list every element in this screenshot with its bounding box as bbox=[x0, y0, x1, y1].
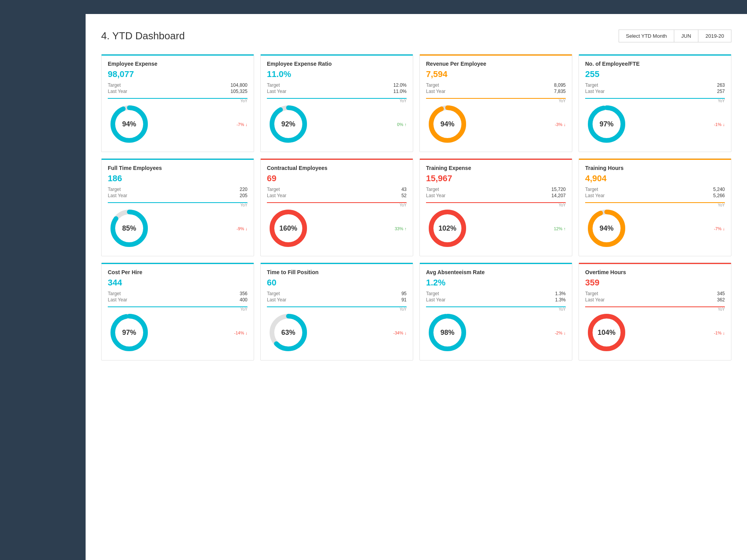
donut-center-label: 97% bbox=[122, 329, 136, 337]
yoy-value: -9% ↓ bbox=[237, 226, 247, 231]
card-top-border bbox=[579, 159, 731, 160]
yoy-label: YoY bbox=[718, 307, 725, 312]
target-label: Target bbox=[267, 82, 280, 88]
month-display: JUN bbox=[674, 30, 698, 42]
target-label: Target bbox=[267, 187, 280, 192]
card-top-border bbox=[102, 54, 254, 56]
yoy-right: -2% ↓ bbox=[547, 330, 566, 335]
target-value: 220 bbox=[240, 187, 247, 192]
donut-chart: 94% bbox=[426, 103, 469, 145]
card-chart-area: YoY 160%33% ↑ bbox=[267, 203, 407, 250]
card-cost-per-hire: Cost Per Hire344Target356Last Year400YoY… bbox=[101, 262, 254, 360]
card-avg-absenteeism: Avg Absenteeism Rate1.2%Target1.3%Last Y… bbox=[419, 262, 572, 360]
donut-chart: 63% bbox=[267, 311, 310, 354]
card-revenue-per-employee: Revenue Per Employee7,594Target8,095Last… bbox=[419, 54, 572, 152]
yoy-value: -1% ↓ bbox=[714, 122, 725, 127]
donut-center-label: 85% bbox=[122, 224, 136, 233]
lastyear-label: Last Year bbox=[267, 297, 286, 303]
dashboard-header: 4. YTD Dashboard Select YTD Month JUN 20… bbox=[101, 30, 731, 42]
main-content: 4. YTD Dashboard Select YTD Month JUN 20… bbox=[86, 14, 747, 560]
donut-chart: 94% bbox=[108, 103, 151, 145]
card-training-expense: Training Expense15,967Target15,720Last Y… bbox=[419, 158, 572, 256]
card-target-row: Target43 bbox=[267, 187, 407, 192]
target-label: Target bbox=[426, 187, 439, 192]
card-lastyear-row: Last Year205 bbox=[108, 193, 247, 198]
donut-center-label: 98% bbox=[440, 329, 454, 337]
yoy-value: 12% ↑ bbox=[554, 226, 566, 231]
yoy-right: 33% ↑ bbox=[388, 226, 407, 231]
card-full-time-employees: Full Time Employees186Target220Last Year… bbox=[101, 158, 254, 256]
yoy-label: YoY bbox=[559, 203, 566, 207]
yoy-label: YoY bbox=[240, 203, 247, 207]
card-top-border bbox=[102, 159, 254, 160]
yoy-right: 12% ↑ bbox=[547, 226, 566, 231]
card-lastyear-row: Last Year1.3% bbox=[426, 297, 566, 303]
lastyear-value: 91 bbox=[402, 297, 407, 303]
lastyear-label: Last Year bbox=[585, 89, 605, 94]
header-controls: Select YTD Month JUN 2019-20 bbox=[619, 30, 731, 42]
card-lastyear-row: Last Year52 bbox=[267, 193, 407, 198]
lastyear-label: Last Year bbox=[267, 89, 286, 94]
card-target-row: Target1.3% bbox=[426, 291, 566, 296]
yoy-label: YoY bbox=[240, 99, 247, 103]
card-chart-area: YoY 92%0% ↑ bbox=[267, 99, 407, 145]
yoy-value: 0% ↑ bbox=[397, 122, 407, 127]
card-employee-expense: Employee Expense98,077Target104,800Last … bbox=[101, 54, 254, 152]
yoy-value: -14% ↓ bbox=[234, 331, 247, 335]
lastyear-label: Last Year bbox=[108, 193, 127, 198]
yoy-right: -14% ↓ bbox=[229, 330, 247, 335]
yoy-label: YoY bbox=[400, 99, 407, 103]
lastyear-value: 400 bbox=[240, 297, 247, 303]
card-top-border bbox=[102, 263, 254, 264]
yoy-label: YoY bbox=[400, 203, 407, 207]
card-value: 69 bbox=[267, 173, 407, 184]
yoy-right: -34% ↓ bbox=[388, 330, 407, 335]
target-value: 8,095 bbox=[554, 82, 566, 88]
target-value: 95 bbox=[402, 291, 407, 296]
lastyear-label: Last Year bbox=[108, 297, 127, 303]
yoy-label: YoY bbox=[559, 99, 566, 103]
target-value: 345 bbox=[717, 291, 725, 296]
yoy-value: -3% ↓ bbox=[555, 122, 566, 127]
yoy-value: 33% ↑ bbox=[395, 226, 407, 231]
card-lastyear-row: Last Year11.0% bbox=[267, 89, 407, 94]
target-label: Target bbox=[585, 187, 598, 192]
card-target-row: Target8,095 bbox=[426, 82, 566, 88]
lastyear-value: 14,207 bbox=[551, 193, 566, 198]
card-target-row: Target263 bbox=[585, 82, 725, 88]
card-top-border bbox=[261, 54, 413, 56]
dashboard-title: 4. YTD Dashboard bbox=[101, 30, 185, 42]
yoy-right: -7% ↓ bbox=[229, 121, 247, 127]
select-ytd-month-btn[interactable]: Select YTD Month bbox=[619, 30, 674, 42]
donut-center-label: 104% bbox=[598, 329, 615, 337]
card-chart-area: YoY 94%-7% ↓ bbox=[585, 203, 725, 250]
card-top-border bbox=[579, 263, 731, 264]
card-lastyear-row: Last Year91 bbox=[267, 297, 407, 303]
card-target-row: Target104,800 bbox=[108, 82, 247, 88]
card-overtime-hours: Overtime Hours359Target345Last Year362Yo… bbox=[579, 262, 731, 360]
target-label: Target bbox=[108, 82, 121, 88]
yoy-value: -7% ↓ bbox=[237, 122, 247, 127]
card-target-row: Target356 bbox=[108, 291, 247, 296]
donut-center-label: 102% bbox=[438, 224, 456, 233]
donut-center-label: 94% bbox=[440, 120, 454, 128]
card-lastyear-row: Last Year5,266 bbox=[585, 193, 725, 198]
card-top-border bbox=[261, 263, 413, 264]
sidebar bbox=[0, 14, 86, 560]
card-title: Training Expense bbox=[426, 165, 566, 171]
yoy-label: YoY bbox=[559, 307, 566, 312]
card-chart-area: YoY 85%-9% ↓ bbox=[108, 203, 247, 250]
donut-center-label: 92% bbox=[281, 120, 295, 128]
card-target-row: Target220 bbox=[108, 187, 247, 192]
lastyear-label: Last Year bbox=[267, 193, 286, 198]
card-title: Revenue Per Employee bbox=[426, 61, 566, 67]
card-target-row: Target345 bbox=[585, 291, 725, 296]
target-value: 104,800 bbox=[231, 82, 247, 88]
lastyear-label: Last Year bbox=[585, 193, 605, 198]
target-value: 263 bbox=[717, 82, 725, 88]
card-chart-area: YoY 97%-14% ↓ bbox=[108, 307, 247, 354]
target-value: 5,240 bbox=[713, 187, 725, 192]
target-label: Target bbox=[585, 291, 598, 296]
year-display: 2019-20 bbox=[698, 30, 731, 42]
donut-chart: 97% bbox=[108, 311, 151, 354]
